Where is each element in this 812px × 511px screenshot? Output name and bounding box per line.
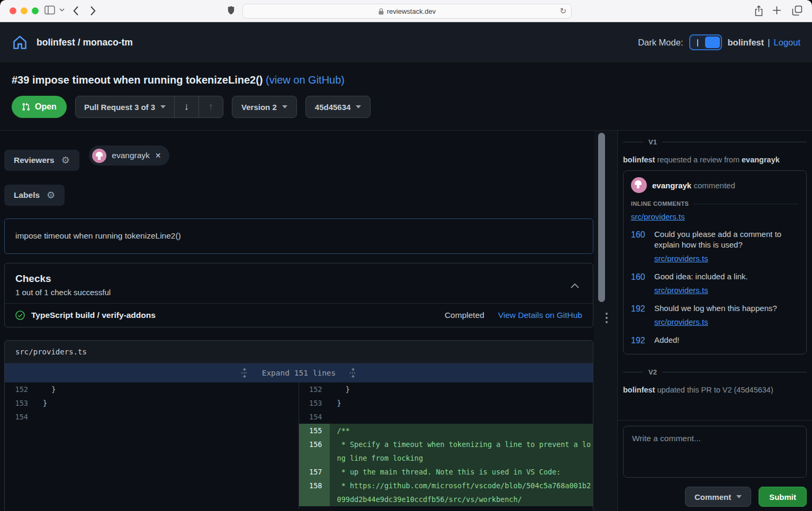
address-bar[interactable]: reviewstack.dev ↻ xyxy=(242,4,572,19)
home-icon[interactable] xyxy=(12,34,28,51)
dark-mode-toggle[interactable] xyxy=(689,34,722,50)
reviewers-button[interactable]: Reviewers ⚙ xyxy=(4,150,79,171)
comment-input[interactable] xyxy=(623,426,807,478)
minimize-window-button[interactable] xyxy=(21,7,28,14)
diff-right-pane: 152 } 153} 154 155/** 156 * Specify a ti… xyxy=(299,382,593,509)
tab-overview-icon[interactable] xyxy=(792,5,802,16)
sidebar-toggle-icon[interactable] xyxy=(44,5,55,15)
gear-icon[interactable]: ⚙ xyxy=(47,189,55,201)
line-number[interactable]: 192 xyxy=(631,303,649,327)
stack-down-button[interactable]: ↓ xyxy=(174,96,199,117)
chevron-down-icon[interactable] xyxy=(59,8,65,12)
main-panel: Reviewers ⚙ evangrayk ✕ Labels ⚙ Chec xyxy=(0,131,594,511)
diff-line[interactable]: 152 } xyxy=(299,382,593,396)
reviewers-row: Reviewers ⚙ evangrayk ✕ xyxy=(4,145,594,171)
scrollbar-thumb[interactable] xyxy=(598,133,605,302)
header-username: bolinfest xyxy=(727,38,764,48)
window-controls[interactable] xyxy=(10,7,39,14)
line-number[interactable]: 192 xyxy=(631,335,649,345)
repo-title[interactable]: bolinfest / monaco-tm xyxy=(37,37,133,48)
pr-header: #39 impose timeout when running tokenize… xyxy=(0,62,812,131)
avatar xyxy=(92,149,106,163)
inline-comment: 192 Added! xyxy=(631,335,799,345)
version-selector-button[interactable]: Version 2 xyxy=(232,96,297,118)
diff-line[interactable]: 154 xyxy=(299,410,593,424)
timeline-event: bolinfest updated this PR to V2 (45d4563… xyxy=(623,386,807,394)
arrow-down-icon: ↓ xyxy=(184,101,190,113)
reviewer-name: evangrayk xyxy=(112,151,150,160)
file-link[interactable]: src/providers.ts xyxy=(654,253,708,264)
file-link[interactable]: src/providers.ts xyxy=(631,212,685,221)
timeline-event: bolinfest requested a review from evangr… xyxy=(623,156,807,164)
file-link[interactable]: src/providers.ts xyxy=(654,285,708,296)
event-target-user: evangrayk xyxy=(742,156,780,164)
diff-line-added[interactable]: 157 * up the main thread. Note this is u… xyxy=(299,465,593,479)
reviewer-chip[interactable]: evangrayk ✕ xyxy=(89,145,169,166)
stack-navigator: Pull Request 3 of 3 ↓ ↑ xyxy=(75,96,223,118)
diff-file-name: src/providers.ts xyxy=(5,341,593,363)
comment-text: Could you please add a comment to explai… xyxy=(654,230,781,249)
expand-lines-label: Expand 151 lines xyxy=(262,369,336,377)
collapse-chevron-icon[interactable] xyxy=(571,284,579,288)
inline-comment: 160 Could you please add a comment to ex… xyxy=(631,229,799,264)
line-number[interactable]: 160 xyxy=(631,229,649,264)
pr-title-input[interactable] xyxy=(4,218,593,254)
diff-line-added[interactable]: 158 * https://github.com/microsoft/vscod… xyxy=(299,479,593,506)
comment-button-label: Comment xyxy=(694,492,731,501)
share-icon[interactable] xyxy=(754,5,763,16)
maximize-window-button[interactable] xyxy=(32,7,39,14)
stack-selector-button[interactable]: Pull Request 3 of 3 xyxy=(76,96,174,117)
caret-down-icon xyxy=(160,105,166,108)
diff-line-added[interactable]: 155/** xyxy=(299,424,593,437)
back-button[interactable] xyxy=(73,6,79,16)
comment-composer: Comment Submit xyxy=(618,420,812,507)
comment-button[interactable]: Comment xyxy=(685,487,751,507)
diff-line[interactable]: 154 xyxy=(5,410,299,424)
app-header: bolinfest / monaco-tm Dark Mode: bolinfe… xyxy=(0,22,812,62)
new-tab-icon[interactable] xyxy=(772,6,781,15)
remove-reviewer-icon[interactable]: ✕ xyxy=(155,151,161,160)
arrow-up-icon: ↑ xyxy=(209,101,214,113)
browser-toolbar: reviewstack.dev ↻ xyxy=(0,0,812,22)
panel-resize-handle[interactable] xyxy=(606,311,608,325)
labels-button[interactable]: Labels ⚙ xyxy=(4,185,65,206)
unfold-icon xyxy=(241,368,248,378)
split-diff: 152 } 153} 154 152 } 153} 154 155/** 156… xyxy=(5,382,593,509)
forward-button[interactable] xyxy=(90,6,96,16)
diff-line[interactable]: 152 } xyxy=(5,382,299,396)
commit-selector-button[interactable]: 45d45634 xyxy=(305,96,371,118)
submit-button-label: Submit xyxy=(769,492,796,501)
line-number[interactable]: 160 xyxy=(631,271,649,296)
content: Reviewers ⚙ evangrayk ✕ Labels ⚙ Chec xyxy=(0,131,812,511)
privacy-shield-icon[interactable] xyxy=(227,5,235,17)
stack-up-button[interactable]: ↑ xyxy=(199,96,223,117)
checks-summary: 1 out of 1 check successful xyxy=(15,288,582,297)
diff-card: src/providers.ts Expand 151 lines 152 } … xyxy=(4,340,593,510)
diff-line-added[interactable]: 156 * Specify a timeout when tokenizing … xyxy=(299,437,593,465)
labels-label: Labels xyxy=(14,190,40,200)
caret-down-icon xyxy=(282,105,287,108)
inline-comment: 192 Should we log when this happens? src… xyxy=(631,303,799,327)
view-on-github-link[interactable]: (view on GitHub) xyxy=(266,74,345,86)
reload-icon[interactable]: ↻ xyxy=(560,6,566,16)
gear-icon[interactable]: ⚙ xyxy=(61,154,70,166)
inline-comment: 160 Good idea: included a link. src/prov… xyxy=(631,271,799,296)
header-right: Dark Mode: bolinfest | Logout xyxy=(638,34,800,50)
file-link[interactable]: src/providers.ts xyxy=(654,317,708,327)
comment-author: evangrayk xyxy=(652,181,691,190)
check-details-link[interactable]: View Details on GitHub xyxy=(498,311,582,320)
labels-row: Labels ⚙ xyxy=(4,185,594,206)
logout-link[interactable]: Logout xyxy=(774,38,800,48)
version-selector-label: Version 2 xyxy=(241,103,277,112)
close-window-button[interactable] xyxy=(10,7,16,14)
version-label: V1 xyxy=(648,138,657,146)
diff-line[interactable]: 153} xyxy=(5,396,299,410)
expand-lines-bar[interactable]: Expand 151 lines xyxy=(5,363,593,382)
timeline-sidebar: V1 bolinfest requested a review from eva… xyxy=(617,131,812,511)
comment-action: commented xyxy=(693,181,735,190)
comment-text: Should we log when this happens? xyxy=(654,304,777,313)
diff-line[interactable]: 153} xyxy=(299,396,593,410)
submit-button[interactable]: Submit xyxy=(759,487,807,507)
checks-heading: Checks xyxy=(15,273,582,285)
inline-comments-label: INLINE COMMENTS xyxy=(631,200,689,207)
